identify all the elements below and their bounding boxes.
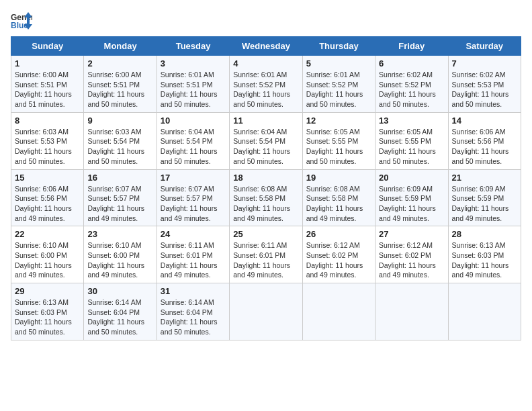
day-info: Sunrise: 6:05 AM Sunset: 5:55 PM Dayligh… (306, 127, 371, 167)
calendar-day-cell: 15 Sunrise: 6:06 AM Sunset: 5:56 PM Dayl… (11, 169, 84, 226)
day-number: 8 (15, 116, 80, 126)
day-number: 10 (161, 116, 226, 126)
day-of-week-header: Tuesday (157, 37, 229, 56)
day-of-week-header: Thursday (302, 37, 375, 56)
day-number: 3 (161, 58, 226, 68)
calendar-header-row: SundayMondayTuesdayWednesdayThursdayFrid… (11, 37, 521, 56)
calendar-day-cell: 27 Sunrise: 6:12 AM Sunset: 6:02 PM Dayl… (375, 226, 448, 283)
day-info: Sunrise: 6:14 AM Sunset: 6:04 PM Dayligh… (161, 298, 226, 337)
day-number: 25 (233, 229, 298, 239)
calendar-day-cell: 31 Sunrise: 6:14 AM Sunset: 6:04 PM Dayl… (157, 283, 229, 340)
calendar-day-cell: 1 Sunrise: 6:00 AM Sunset: 5:51 PM Dayli… (11, 56, 84, 113)
logo-icon: General Blue (11, 11, 32, 30)
calendar-day-cell: 12 Sunrise: 6:05 AM Sunset: 5:55 PM Dayl… (302, 112, 375, 169)
day-number: 1 (15, 58, 80, 68)
day-info: Sunrise: 6:06 AM Sunset: 5:56 PM Dayligh… (452, 127, 517, 167)
day-info: Sunrise: 6:02 AM Sunset: 5:53 PM Dayligh… (452, 70, 517, 109)
calendar-week-row: 15 Sunrise: 6:06 AM Sunset: 5:56 PM Dayl… (11, 169, 521, 226)
page-header: General Blue (11, 11, 521, 30)
day-info: Sunrise: 6:01 AM Sunset: 5:52 PM Dayligh… (233, 70, 298, 109)
empty-cell (302, 283, 375, 340)
calendar-day-cell: 10 Sunrise: 6:04 AM Sunset: 5:54 PM Dayl… (157, 112, 229, 169)
day-info: Sunrise: 6:04 AM Sunset: 5:54 PM Dayligh… (233, 127, 298, 167)
day-info: Sunrise: 6:09 AM Sunset: 5:59 PM Dayligh… (452, 184, 517, 224)
day-number: 23 (87, 229, 152, 239)
day-number: 11 (233, 116, 298, 126)
calendar-day-cell: 2 Sunrise: 6:00 AM Sunset: 5:51 PM Dayli… (84, 56, 157, 113)
calendar-table: SundayMondayTuesdayWednesdayThursdayFrid… (11, 36, 521, 340)
day-number: 19 (306, 173, 371, 183)
day-info: Sunrise: 6:12 AM Sunset: 6:02 PM Dayligh… (379, 240, 444, 280)
day-number: 14 (452, 116, 517, 126)
day-number: 4 (233, 58, 298, 68)
calendar-week-row: 22 Sunrise: 6:10 AM Sunset: 6:00 PM Dayl… (11, 226, 521, 283)
day-number: 15 (15, 173, 80, 183)
day-number: 13 (379, 116, 444, 126)
day-info: Sunrise: 6:01 AM Sunset: 5:51 PM Dayligh… (161, 70, 226, 109)
day-number: 21 (452, 173, 517, 183)
day-info: Sunrise: 6:12 AM Sunset: 6:02 PM Dayligh… (306, 240, 371, 280)
calendar-day-cell: 26 Sunrise: 6:12 AM Sunset: 6:02 PM Dayl… (302, 226, 375, 283)
day-info: Sunrise: 6:13 AM Sunset: 6:03 PM Dayligh… (452, 240, 517, 280)
calendar-day-cell: 5 Sunrise: 6:01 AM Sunset: 5:52 PM Dayli… (302, 56, 375, 113)
day-info: Sunrise: 6:02 AM Sunset: 5:52 PM Dayligh… (379, 70, 444, 109)
calendar-week-row: 1 Sunrise: 6:00 AM Sunset: 5:51 PM Dayli… (11, 56, 521, 113)
calendar-day-cell: 20 Sunrise: 6:09 AM Sunset: 5:59 PM Dayl… (375, 169, 448, 226)
calendar-day-cell: 9 Sunrise: 6:03 AM Sunset: 5:54 PM Dayli… (84, 112, 157, 169)
empty-cell (448, 283, 521, 340)
empty-cell (375, 283, 448, 340)
day-info: Sunrise: 6:08 AM Sunset: 5:58 PM Dayligh… (233, 184, 298, 224)
day-of-week-header: Sunday (11, 37, 84, 56)
day-number: 28 (452, 229, 517, 239)
calendar-day-cell: 19 Sunrise: 6:08 AM Sunset: 5:58 PM Dayl… (302, 169, 375, 226)
calendar-week-row: 8 Sunrise: 6:03 AM Sunset: 5:53 PM Dayli… (11, 112, 521, 169)
day-number: 27 (379, 229, 444, 239)
day-number: 31 (161, 286, 226, 296)
day-info: Sunrise: 6:07 AM Sunset: 5:57 PM Dayligh… (161, 184, 226, 224)
day-of-week-header: Wednesday (230, 37, 302, 56)
day-number: 30 (87, 286, 152, 296)
day-info: Sunrise: 6:05 AM Sunset: 5:55 PM Dayligh… (379, 127, 444, 167)
calendar-week-row: 29 Sunrise: 6:13 AM Sunset: 6:03 PM Dayl… (11, 283, 521, 340)
day-info: Sunrise: 6:09 AM Sunset: 5:59 PM Dayligh… (379, 184, 444, 224)
calendar-day-cell: 8 Sunrise: 6:03 AM Sunset: 5:53 PM Dayli… (11, 112, 84, 169)
day-number: 16 (87, 173, 152, 183)
calendar-day-cell: 22 Sunrise: 6:10 AM Sunset: 6:00 PM Dayl… (11, 226, 84, 283)
day-info: Sunrise: 6:11 AM Sunset: 6:01 PM Dayligh… (233, 240, 298, 280)
day-number: 2 (87, 58, 152, 68)
calendar-day-cell: 17 Sunrise: 6:07 AM Sunset: 5:57 PM Dayl… (157, 169, 229, 226)
day-number: 9 (87, 116, 152, 126)
day-of-week-header: Friday (375, 37, 448, 56)
calendar-day-cell: 14 Sunrise: 6:06 AM Sunset: 5:56 PM Dayl… (448, 112, 521, 169)
day-number: 29 (15, 286, 80, 296)
day-number: 26 (306, 229, 371, 239)
calendar-day-cell: 6 Sunrise: 6:02 AM Sunset: 5:52 PM Dayli… (375, 56, 448, 113)
calendar-day-cell: 25 Sunrise: 6:11 AM Sunset: 6:01 PM Dayl… (230, 226, 302, 283)
calendar-day-cell: 29 Sunrise: 6:13 AM Sunset: 6:03 PM Dayl… (11, 283, 84, 340)
empty-cell (230, 283, 302, 340)
calendar-day-cell: 7 Sunrise: 6:02 AM Sunset: 5:53 PM Dayli… (448, 56, 521, 113)
calendar-day-cell: 21 Sunrise: 6:09 AM Sunset: 5:59 PM Dayl… (448, 169, 521, 226)
logo: General Blue (11, 11, 32, 30)
day-info: Sunrise: 6:14 AM Sunset: 6:04 PM Dayligh… (87, 298, 152, 337)
day-number: 5 (306, 58, 371, 68)
calendar-day-cell: 16 Sunrise: 6:07 AM Sunset: 5:57 PM Dayl… (84, 169, 157, 226)
day-info: Sunrise: 6:03 AM Sunset: 5:54 PM Dayligh… (87, 127, 152, 167)
day-number: 20 (379, 173, 444, 183)
day-info: Sunrise: 6:00 AM Sunset: 5:51 PM Dayligh… (87, 70, 152, 109)
day-info: Sunrise: 6:04 AM Sunset: 5:54 PM Dayligh… (161, 127, 226, 167)
day-info: Sunrise: 6:08 AM Sunset: 5:58 PM Dayligh… (306, 184, 371, 224)
day-info: Sunrise: 6:13 AM Sunset: 6:03 PM Dayligh… (15, 298, 80, 337)
day-number: 7 (452, 58, 517, 68)
day-number: 12 (306, 116, 371, 126)
calendar-day-cell: 3 Sunrise: 6:01 AM Sunset: 5:51 PM Dayli… (157, 56, 229, 113)
calendar-body: 1 Sunrise: 6:00 AM Sunset: 5:51 PM Dayli… (11, 56, 521, 340)
day-info: Sunrise: 6:00 AM Sunset: 5:51 PM Dayligh… (15, 70, 80, 109)
day-number: 24 (161, 229, 226, 239)
day-number: 18 (233, 173, 298, 183)
day-info: Sunrise: 6:07 AM Sunset: 5:57 PM Dayligh… (87, 184, 152, 224)
day-of-week-header: Saturday (448, 37, 521, 56)
day-info: Sunrise: 6:10 AM Sunset: 6:00 PM Dayligh… (15, 240, 80, 280)
calendar-day-cell: 13 Sunrise: 6:05 AM Sunset: 5:55 PM Dayl… (375, 112, 448, 169)
day-number: 22 (15, 229, 80, 239)
